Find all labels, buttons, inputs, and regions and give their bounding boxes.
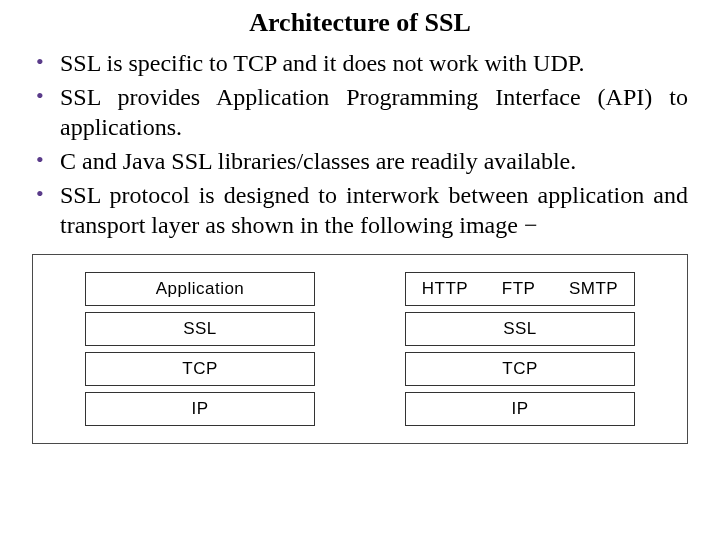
proto-smtp: SMTP [569,279,618,299]
layer-ip: IP [405,392,635,426]
architecture-diagram: Application SSL TCP IP HTTP FTP SMTP SSL… [32,254,688,444]
bullet-item: C and Java SSL libraries/classes are rea… [32,146,688,176]
layer-app-protocols: HTTP FTP SMTP [405,272,635,306]
proto-http: HTTP [422,279,468,299]
layer-ip: IP [85,392,315,426]
layer-tcp: TCP [85,352,315,386]
bullet-list: SSL is specific to TCP and it does not w… [32,48,688,240]
page-title: Architecture of SSL [32,8,688,38]
layer-tcp: TCP [405,352,635,386]
right-protocol-stack: HTTP FTP SMTP SSL TCP IP [405,272,635,426]
bullet-item: SSL provides Application Programming Int… [32,82,688,142]
layer-ssl: SSL [405,312,635,346]
layer-ssl: SSL [85,312,315,346]
bullet-item: SSL is specific to TCP and it does not w… [32,48,688,78]
left-protocol-stack: Application SSL TCP IP [85,272,315,426]
proto-ftp: FTP [502,279,536,299]
layer-application: Application [85,272,315,306]
bullet-item: SSL protocol is designed to interwork be… [32,180,688,240]
